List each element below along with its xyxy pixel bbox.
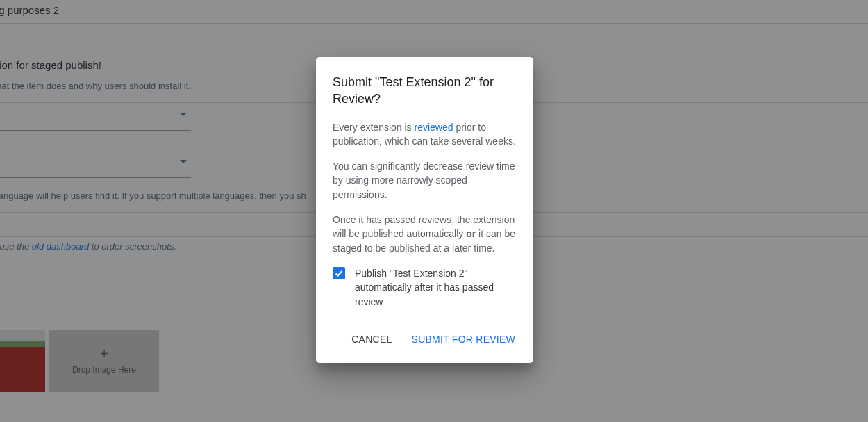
dialog-paragraph-review: Every extension is reviewed prior to pub… xyxy=(333,120,517,149)
check-icon xyxy=(334,268,344,278)
dialog-paragraph-permissions: You can significantly decrease review ti… xyxy=(333,159,517,202)
cancel-button[interactable]: CANCEL xyxy=(344,328,399,350)
dialog-title: Submit "Test Extension 2" for Review? xyxy=(333,74,517,108)
auto-publish-label: Publish "Test Extension 2" automatically… xyxy=(355,266,517,309)
dialog-p1-prefix: Every extension is xyxy=(333,122,415,133)
dialog-paragraph-publish: Once it has passed reviews, the extensio… xyxy=(333,213,517,255)
submit-for-review-button[interactable]: SUBMIT FOR REVIEW xyxy=(405,328,522,350)
auto-publish-checkbox-row: Publish "Test Extension 2" automatically… xyxy=(333,266,517,309)
reviewed-link[interactable]: reviewed xyxy=(415,122,453,133)
dialog-p3-bold: or xyxy=(466,228,476,239)
submit-review-dialog: Submit "Test Extension 2" for Review? Ev… xyxy=(316,57,533,363)
auto-publish-checkbox[interactable] xyxy=(333,267,345,279)
dialog-actions: CANCEL SUBMIT FOR REVIEW xyxy=(327,328,522,350)
